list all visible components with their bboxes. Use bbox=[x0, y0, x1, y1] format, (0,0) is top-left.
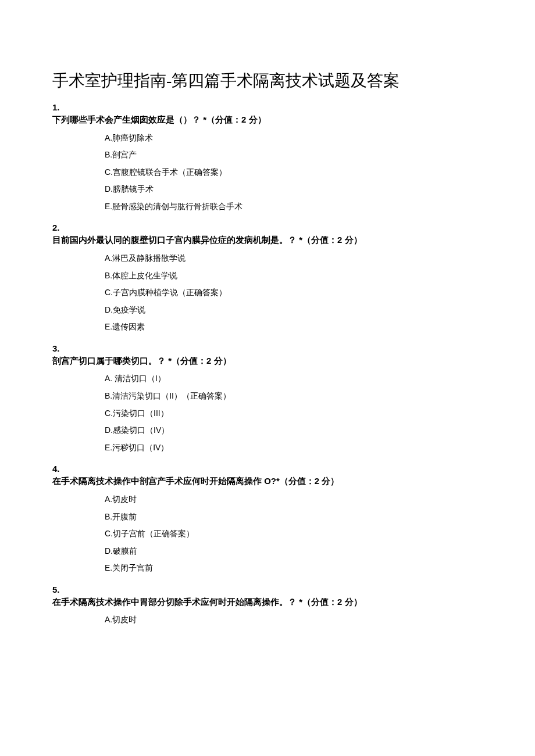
option: A.淋巴及静脉播散学说 bbox=[105, 253, 483, 264]
options-list: A.肺癌切除术 B.剖宫产 C.宫腹腔镜联合手术（正确答案） D.膀胱镜手术 E… bbox=[105, 132, 483, 213]
question-number: 3. bbox=[52, 343, 483, 353]
option: B.开腹前 bbox=[105, 511, 483, 523]
option: E.污秽切口（IV） bbox=[105, 442, 483, 454]
question-text: 目前国内外最认同的腹壁切口子宫内膜异位症的发病机制是。？ *（分值：2 分） bbox=[52, 234, 483, 247]
option: E.遗传因素 bbox=[105, 321, 483, 333]
question-block: 1. 下列哪些手术会产生烟囱效应是（）？ *（分值：2 分） A.肺癌切除术 B… bbox=[52, 102, 483, 212]
question-block: 3. 剖宫产切口属于哪类切口。？ *（分值：2 分） A. 清洁切口（I） B.… bbox=[52, 343, 483, 453]
option: E.胫骨感染的清创与肱行骨折联合手术 bbox=[105, 201, 483, 213]
question-number: 1. bbox=[52, 102, 483, 112]
question-block: 2. 目前国内外最认同的腹壁切口子宫内膜异位症的发病机制是。？ *（分值：2 分… bbox=[52, 223, 483, 332]
option: B.剖宫产 bbox=[105, 149, 483, 161]
option: C.污染切口（III） bbox=[105, 408, 483, 420]
option: A. 清洁切口（I） bbox=[105, 373, 483, 385]
question-text: 下列哪些手术会产生烟囱效应是（）？ *（分值：2 分） bbox=[52, 113, 483, 127]
option: D.破膜前 bbox=[105, 546, 483, 557]
option: D.膀胱镜手术 bbox=[105, 184, 483, 195]
question-text: 在手术隔离技术操作中剖宫产手术应何时开始隔离操作 O?*（分值：2 分） bbox=[52, 475, 483, 488]
page-title: 手术室护理指南-第四篇手术隔离技术试题及答案 bbox=[52, 70, 483, 92]
option: A.肺癌切除术 bbox=[105, 132, 483, 144]
option: B.体腔上皮化生学说 bbox=[105, 270, 483, 282]
option: D.免疫学说 bbox=[105, 304, 483, 316]
option: C.宫腹腔镜联合手术（正确答案） bbox=[105, 167, 483, 178]
question-block: 4. 在手术隔离技术操作中剖宫产手术应何时开始隔离操作 O?*（分值：2 分） … bbox=[52, 464, 483, 574]
options-list: A. 清洁切口（I） B.清洁污染切口（II）（正确答案） C.污染切口（III… bbox=[105, 373, 483, 453]
question-number: 5. bbox=[52, 585, 483, 594]
question-text: 剖宫产切口属于哪类切口。？ *（分值：2 分） bbox=[52, 354, 483, 368]
option: C.切子宫前（正确答案） bbox=[105, 528, 483, 540]
options-list: A.切皮时 B.开腹前 C.切子宫前（正确答案） D.破膜前 E.关闭子宫前 bbox=[105, 494, 483, 574]
options-list: A.淋巴及静脉播散学说 B.体腔上皮化生学说 C.子宫内膜种植学说（正确答案） … bbox=[105, 253, 483, 333]
option: C.子宫内膜种植学说（正确答案） bbox=[105, 287, 483, 299]
option: D.感染切口（IV） bbox=[105, 425, 483, 436]
question-number: 2. bbox=[52, 223, 483, 232]
question-text: 在手术隔离技术操作中胃部分切除手术应何时开始隔离操作。？ *（分值：2 分） bbox=[52, 596, 483, 609]
question-block: 5. 在手术隔离技术操作中胃部分切除手术应何时开始隔离操作。？ *（分值：2 分… bbox=[52, 585, 483, 626]
option: A.切皮时 bbox=[105, 494, 483, 506]
option: E.关闭子宫前 bbox=[105, 562, 483, 574]
option: B.清洁污染切口（II）（正确答案） bbox=[105, 390, 483, 402]
options-list: A.切皮时 bbox=[105, 614, 483, 626]
option: A.切皮时 bbox=[105, 614, 483, 626]
question-number: 4. bbox=[52, 464, 483, 474]
